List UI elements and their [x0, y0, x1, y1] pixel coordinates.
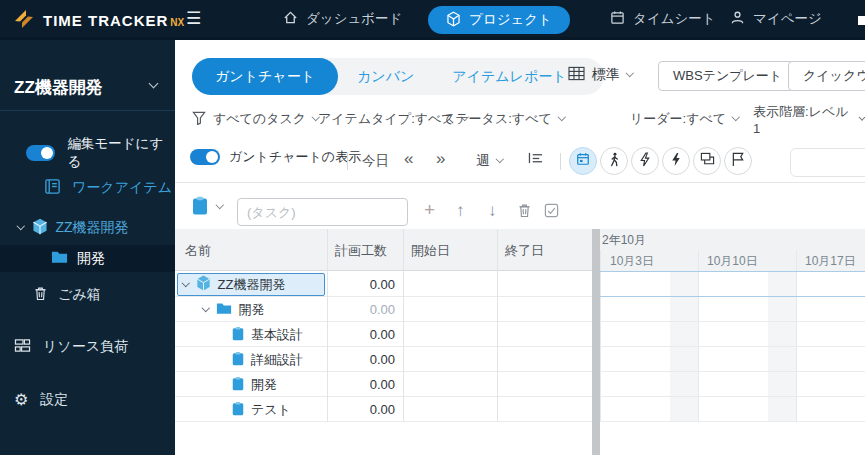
tree-item-project[interactable]: ZZ機器開発	[18, 218, 129, 238]
show-progress-button[interactable]	[600, 147, 628, 175]
multi-select-checkbox-icon[interactable]	[544, 203, 559, 222]
tree-development-label: 開発	[77, 250, 105, 268]
hamburger-menu-icon[interactable]: ☰	[186, 8, 201, 29]
toolbar-divider	[560, 153, 561, 170]
edit-mode-toggle-row[interactable]: 編集モードにする	[26, 135, 175, 171]
outline-level-icon[interactable]	[528, 151, 544, 169]
scroll-prev-button[interactable]: «	[404, 149, 413, 169]
delete-task-icon[interactable]	[518, 203, 531, 222]
edit-mode-toggle[interactable]	[26, 145, 55, 161]
column-divider	[403, 229, 404, 422]
timeline-week-label: 10月3日	[610, 253, 654, 270]
row-project[interactable]: ZZ機器開発	[183, 272, 285, 297]
row-chevron-down-icon[interactable]	[182, 279, 190, 287]
timescale-selector[interactable]: 週	[476, 152, 502, 170]
column-divider	[497, 229, 498, 422]
row-name: 開発	[239, 301, 265, 319]
row-planned-effort[interactable]: 0.00	[327, 347, 395, 372]
weekend-shading	[670, 272, 698, 422]
milestone-flag-button[interactable]	[724, 147, 752, 175]
tab-item-report[interactable]: アイテムレポート	[433, 68, 585, 86]
column-header-end-date[interactable]: 終了日	[505, 242, 544, 260]
pane-splitter[interactable]	[592, 229, 600, 455]
new-task-input[interactable]	[237, 198, 408, 226]
app-logo[interactable]: TIME TRACKERNX	[12, 7, 184, 35]
task-type-icon[interactable]	[192, 196, 208, 219]
project-title-chevron-down-icon[interactable]	[149, 79, 159, 89]
sidebar-item-settings[interactable]: ⚙ 設定	[14, 390, 68, 409]
tab-gantt-chart[interactable]: ガントチャート	[192, 58, 338, 95]
today-button[interactable]: 今日	[362, 152, 389, 170]
edit-mode-label: 編集モードにする	[67, 135, 175, 171]
nav-dashboard[interactable]: ダッシュボード	[283, 0, 402, 37]
scroll-next-button[interactable]: »	[436, 149, 445, 169]
column-header-start-date[interactable]: 開始日	[411, 242, 450, 260]
home-icon	[283, 10, 298, 28]
show-gantt-toggle[interactable]	[190, 149, 220, 165]
layout-selector-label: 標準	[592, 66, 620, 84]
filter-leader[interactable]: リーダー:すべて	[630, 106, 739, 132]
weekend-shading	[768, 272, 796, 422]
column-header-name[interactable]: 名前	[185, 242, 211, 260]
clipped-nav-icon[interactable]	[858, 16, 865, 25]
row-planned-effort[interactable]: 0.00	[327, 372, 395, 397]
move-up-button[interactable]: ↑	[456, 201, 465, 221]
row-planned-effort[interactable]: 0.00	[327, 397, 395, 422]
workitems-label: ワークアイテム	[72, 179, 172, 197]
show-gantt-toggle-row[interactable]: ガントチャートの表示	[190, 148, 361, 166]
filter-status-label: ステータス:すべて	[442, 110, 552, 128]
nav-mypage-label: マイページ	[753, 10, 822, 28]
row-chevron-down-icon[interactable]	[202, 304, 210, 312]
project-title[interactable]: ZZ機器開発	[14, 76, 103, 99]
row-task-test[interactable]: テスト	[232, 397, 291, 422]
row-planned-effort[interactable]: 0.00	[327, 272, 395, 297]
sidebar-item-resource-load[interactable]: リソース負荷	[14, 338, 128, 356]
dependency-button[interactable]	[693, 147, 721, 175]
chevron-down-icon	[626, 69, 634, 77]
quick-watch-button[interactable]: クイックウォ	[788, 61, 865, 91]
row-folder-development[interactable]: 開発	[203, 297, 265, 322]
task-icon	[232, 326, 244, 344]
walker-icon	[608, 152, 621, 171]
row-task-basic-design[interactable]: 基本設計	[232, 322, 303, 347]
filter-all-tasks[interactable]: すべてのタスク	[192, 106, 319, 132]
tree-item-development-selected[interactable]: 開発	[0, 245, 175, 272]
view-tabs: ガントチャート カンバン アイテムレポート	[192, 58, 604, 95]
show-schedule-button[interactable]	[569, 147, 597, 175]
row-planned-effort[interactable]: 0.00	[327, 297, 395, 322]
tab-kanban[interactable]: カンバン	[338, 68, 433, 86]
filter-display-level-label: 表示階層:レベル1	[753, 103, 853, 136]
column-header-planned-effort[interactable]: 計画工数	[335, 242, 387, 260]
row-task-development[interactable]: 開発	[232, 372, 277, 397]
lightning-filled-icon	[670, 152, 682, 171]
topbar: TIME TRACKERNX ☰ ダッシュボード プロジェクト	[0, 0, 865, 40]
sidebar-item-workitems[interactable]: ワークアイテム	[44, 178, 172, 198]
filter-item-type-label: アイテムタイプ:すべて	[318, 110, 455, 128]
critical-path-outline-button[interactable]	[631, 147, 659, 175]
toolbar-search-input[interactable]	[790, 148, 865, 177]
nav-mypage[interactable]: マイページ	[730, 0, 822, 37]
filter-all-tasks-label: すべてのタスク	[213, 110, 306, 128]
nav-project-active[interactable]: プロジェクト	[428, 6, 570, 34]
layout-selector[interactable]: 標準	[568, 66, 633, 84]
settings-label: 設定	[40, 391, 68, 409]
wbs-template-button[interactable]: WBSテンプレート	[658, 61, 797, 91]
row-gridline	[600, 396, 865, 397]
calendar-icon	[576, 152, 590, 170]
row-gridline	[600, 421, 865, 422]
filter-status[interactable]: ステータス:すべて	[442, 106, 564, 132]
add-task-button[interactable]: +	[424, 199, 435, 221]
tree-chevron-down-icon[interactable]	[17, 222, 25, 230]
critical-path-filled-button[interactable]	[662, 147, 690, 175]
filter-display-level[interactable]: 表示階層:レベル1	[753, 106, 865, 132]
row-name: ZZ機器開発	[218, 276, 286, 294]
filter-leader-label: リーダー:すべて	[630, 110, 726, 128]
task-icon	[232, 401, 244, 419]
row-task-detail-design[interactable]: 詳細設計	[232, 347, 303, 372]
move-down-button[interactable]: ↓	[488, 201, 497, 221]
row-name: テスト	[251, 401, 291, 419]
sidebar-item-trash[interactable]: ごみ箱	[34, 286, 101, 304]
flag-icon	[731, 152, 745, 171]
row-planned-effort[interactable]: 0.00	[327, 322, 395, 347]
nav-timesheet[interactable]: タイムシート	[610, 0, 716, 37]
